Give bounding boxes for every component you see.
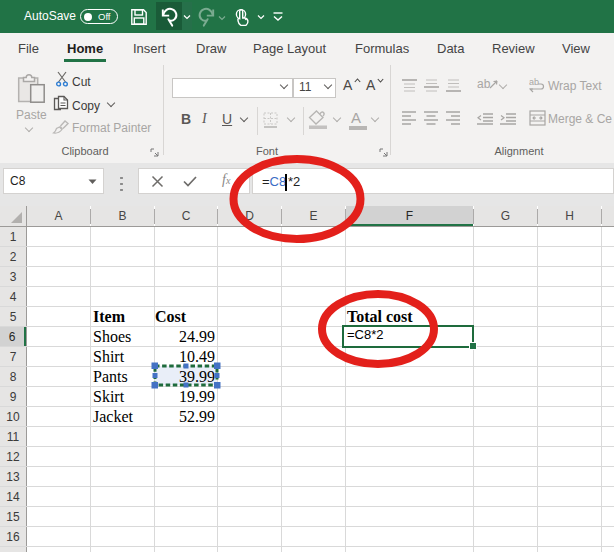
svg-text:ab: ab [529, 77, 539, 87]
